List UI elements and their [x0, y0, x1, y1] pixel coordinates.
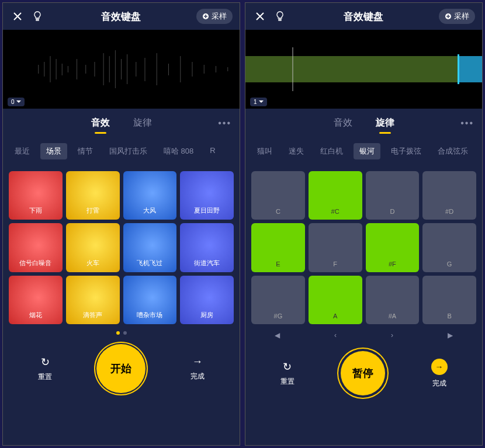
lightbulb-icon[interactable] — [30, 9, 45, 24]
note-pad[interactable]: B — [422, 276, 476, 324]
main-tabs: 音效 旋律 ••• — [3, 109, 240, 133]
note-pad[interactable]: E — [251, 223, 305, 272]
more-icon[interactable]: ••• — [460, 118, 474, 129]
main-tabs: 音效 旋律 ••• — [245, 109, 482, 133]
category-tab[interactable]: 情节 — [72, 143, 99, 159]
close-icon[interactable] — [252, 9, 268, 24]
sound-pad[interactable]: 夏日田野 — [180, 171, 234, 220]
more-icon[interactable]: ••• — [218, 118, 231, 129]
category-tab[interactable]: 最近 — [9, 143, 36, 159]
sound-pad[interactable]: 大风 — [123, 171, 177, 220]
screen-left: 音效键盘 采样 0 音效 旋律 ••• 最近场景情节国风打 — [2, 2, 240, 446]
note-pad[interactable]: #D — [422, 171, 476, 220]
arrow-right-icon: → — [192, 356, 203, 368]
note-grid: C#CD#DEF#FG#GA#AB — [245, 165, 482, 328]
pad-grid: 下雨打雷大风夏日田野信号白噪音火车飞机飞过街道汽车烟花滴答声嘈杂市场厨房 — [3, 165, 240, 328]
pause-button[interactable]: 暂停 — [341, 351, 385, 395]
category-tab[interactable]: 迷失 — [283, 143, 310, 159]
note-pad[interactable]: #A — [366, 276, 420, 324]
nav-next-icon[interactable]: › — [391, 331, 393, 339]
tab-sound-effects[interactable]: 音效 — [91, 117, 110, 129]
category-row[interactable]: 最近场景情节国风打击乐嘻哈 808R — [3, 133, 240, 165]
category-tab[interactable]: 场景 — [40, 143, 67, 159]
page-dot[interactable] — [116, 331, 120, 335]
tab-melody[interactable]: 旋律 — [376, 117, 394, 129]
sample-button-label: 采样 — [454, 11, 469, 22]
nav-prev-icon[interactable]: ‹ — [334, 331, 337, 339]
sound-pad[interactable]: 嘈杂市场 — [123, 276, 177, 324]
note-pad[interactable]: F — [309, 223, 362, 272]
done-button[interactable]: → 完成 — [190, 356, 205, 381]
sound-pad[interactable]: 下雨 — [9, 171, 63, 220]
page-title: 音效键盘 — [50, 10, 192, 23]
note-pad[interactable]: #C — [309, 171, 362, 220]
controls-row: ↻ 重置 开始 → 完成 — [3, 338, 240, 401]
page-indicator — [3, 328, 240, 338]
track-number-badge[interactable]: 1 — [250, 98, 267, 106]
sound-pad[interactable]: 打雷 — [66, 171, 120, 220]
reset-button[interactable]: ↻ 重置 — [38, 356, 52, 382]
done-button[interactable]: → 完成 — [431, 359, 448, 388]
sample-button[interactable]: 采样 — [439, 9, 475, 24]
sound-pad[interactable]: 火车 — [66, 223, 120, 272]
reset-icon: ↻ — [283, 360, 292, 373]
reset-button[interactable]: ↻ 重置 — [280, 360, 295, 387]
sound-pad[interactable]: 飞机飞过 — [123, 223, 177, 272]
sample-button[interactable]: 采样 — [196, 9, 233, 24]
note-pad[interactable]: #G — [251, 276, 305, 324]
svg-rect-25 — [245, 56, 459, 82]
grid-nav: ◀ ‹ › ▶ — [245, 328, 482, 343]
note-pad[interactable]: G — [422, 223, 476, 272]
track-number-badge[interactable]: 0 — [8, 98, 25, 106]
arrow-right-icon: → — [431, 359, 448, 375]
tab-melody[interactable]: 旋律 — [133, 117, 152, 129]
sound-pad[interactable]: 滴答声 — [66, 276, 120, 324]
tab-sound-effects[interactable]: 音效 — [334, 117, 352, 129]
category-tab[interactable]: 合成弦乐 — [432, 143, 474, 159]
controls-row: ↻ 重置 暂停 → 完成 — [245, 343, 482, 406]
sound-pad[interactable]: 厨房 — [180, 276, 234, 324]
note-pad[interactable]: D — [366, 171, 420, 220]
header: 音效键盘 采样 — [3, 3, 240, 30]
category-tab[interactable]: 银河 — [354, 143, 380, 159]
category-tab[interactable]: 猫叫 — [251, 143, 278, 159]
close-icon[interactable] — [10, 9, 25, 24]
sample-button-label: 采样 — [212, 11, 227, 22]
sound-pad[interactable]: 街道汽车 — [180, 223, 234, 272]
play-button[interactable]: 开始 — [99, 346, 143, 391]
category-row[interactable]: 猫叫迷失红白机银河电子拨弦合成弦乐 — [245, 133, 482, 165]
note-pad[interactable]: C — [251, 171, 305, 220]
category-tab[interactable]: 嘻哈 808 — [158, 143, 199, 159]
sound-pad[interactable]: 烟花 — [9, 276, 63, 324]
nav-last-icon[interactable]: ▶ — [448, 331, 453, 339]
page-title: 音效键盘 — [292, 10, 434, 23]
waveform-display[interactable]: 1 — [245, 30, 482, 109]
screen-right: 音效键盘 采样 1 音效 旋律 ••• 猫叫迷失红白机银河电子拨弦合成弦乐 C#… — [245, 2, 483, 446]
category-tab[interactable]: 红白机 — [314, 143, 349, 159]
category-tab[interactable]: 电子拨弦 — [385, 143, 427, 159]
waveform-display[interactable]: 0 — [3, 30, 240, 109]
note-pad[interactable]: A — [309, 276, 362, 324]
page-dot[interactable] — [123, 331, 127, 335]
category-tab[interactable]: R — [204, 143, 221, 159]
category-tab[interactable]: 国风打击乐 — [103, 143, 153, 159]
lightbulb-icon[interactable] — [272, 9, 287, 24]
nav-first-icon[interactable]: ◀ — [275, 331, 280, 339]
reset-icon: ↻ — [41, 356, 50, 369]
sound-pad[interactable]: 信号白噪音 — [9, 223, 63, 272]
note-pad[interactable]: #F — [366, 223, 420, 272]
svg-rect-26 — [459, 56, 483, 82]
header: 音效键盘 采样 — [245, 3, 482, 30]
